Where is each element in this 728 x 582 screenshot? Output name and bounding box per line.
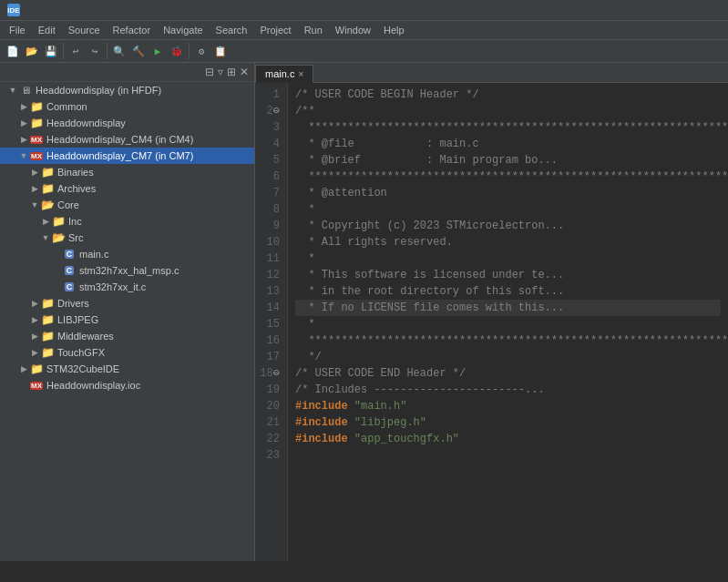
tree-icon-common: 📁 (29, 99, 44, 114)
menu-item-window[interactable]: Window (330, 23, 376, 37)
tree-label-middlewares: Middlewares (57, 331, 114, 342)
tree-icon-archives: 📁 (40, 181, 55, 196)
code-line-14: * If no LICENSE file comes with this... (295, 300, 721, 316)
editor[interactable]: 12⊖3456789101112131415161718⊖1920212223 … (255, 83, 728, 561)
tree-arrow-touchgfx: ▶ (29, 347, 40, 358)
tree-item-headdowndisplay-root[interactable]: ▼🖥Headdowndisplay (in HFDF) (0, 82, 254, 98)
toolbar-run[interactable]: ▶ (149, 42, 167, 60)
tree-item-headdowndisplay-folder[interactable]: ▶📁Headdowndisplay (0, 115, 254, 131)
toolbar-sep-3 (189, 43, 190, 59)
tree-item-headdowndisplay-cm7[interactable]: ▼MXHeaddowndisplay_CM7 (in CM7) (0, 148, 254, 164)
tree-label-stm32cubeide: STM32CubeIDE (46, 363, 119, 374)
line-num-6: 6 (259, 168, 280, 185)
code-line-3: ****************************************… (295, 119, 721, 136)
tree-arrow-stm32h7xx-it (51, 281, 62, 292)
tree-arrow-common: ▶ (18, 101, 29, 112)
toolbar-misc2[interactable]: 📋 (211, 42, 230, 60)
line-num-4: 4 (259, 136, 280, 152)
code-line-18: /* USER CODE END Header */ (295, 365, 721, 382)
editor-tabs: main.c× (255, 63, 728, 83)
tree-item-stm32h7xx-hal[interactable]: Cstm32h7xx_hal_msp.c (0, 262, 254, 279)
tree-arrow-inc: ▶ (40, 216, 51, 227)
close-panel-icon[interactable]: ✕ (240, 66, 249, 78)
code-line-16: ****************************************… (295, 332, 721, 349)
tree-label-headdowndisplay-cm4: Headdowndisplay_CM4 (in CM4) (46, 134, 193, 145)
tree-item-common[interactable]: ▶📁Common (0, 98, 254, 115)
collapse-all-icon[interactable]: ⊟ (205, 66, 214, 78)
menu-item-refactor[interactable]: Refactor (108, 23, 157, 37)
file-tree: ▼🖥Headdowndisplay (in HFDF)▶📁Common▶📁Hea… (0, 82, 254, 393)
line-num-12: 12 (259, 267, 280, 283)
tree-arrow-core: ▼ (29, 199, 40, 210)
menu-item-navigate[interactable]: Navigate (158, 23, 208, 37)
line-num-21: 21 (259, 414, 280, 431)
tree-label-headdowndisplay-cm7: Headdowndisplay_CM7 (in CM7) (46, 150, 193, 161)
tree-label-ioc-file: Headdowndisplay.ioc (46, 380, 140, 391)
tree-item-touchgfx[interactable]: ▶📁TouchGFX (0, 344, 254, 361)
menu-item-file[interactable]: File (4, 23, 31, 37)
menu-item-source[interactable]: Source (63, 23, 106, 37)
tree-item-middlewares[interactable]: ▶📁Middlewares (0, 328, 254, 344)
menu-item-run[interactable]: Run (299, 23, 328, 37)
expand-icon[interactable]: ▿ (218, 66, 223, 78)
toolbar-misc1[interactable]: ⚙ (192, 42, 210, 60)
tree-arrow-archives: ▶ (29, 183, 40, 194)
toolbar-build[interactable]: 🔨 (129, 42, 148, 60)
tree-item-stm32cubeide[interactable]: ▶📁STM32CubeIDE (0, 361, 254, 377)
tree-icon-headdowndisplay-root: 🖥 (18, 83, 33, 97)
fold-icon-2[interactable]: ⊖ (273, 105, 280, 117)
fold-icon-18[interactable]: ⊖ (273, 367, 280, 380)
tree-item-libjpeg[interactable]: ▶📁LIBJPEG (0, 311, 254, 328)
code-line-17: */ (295, 349, 721, 365)
line-num-19: 19 (259, 382, 280, 398)
code-line-1: /* USER CODE BEGIN Header */ (295, 87, 721, 103)
menu-item-help[interactable]: Help (378, 23, 410, 37)
tree-icon-drivers: 📁 (40, 296, 55, 311)
code-line-11: * (295, 250, 721, 267)
tree-label-inc: Inc (68, 216, 82, 227)
code-line-22: #include "app_touchgfx.h" (295, 431, 721, 447)
tree-item-core[interactable]: ▼📂Core (0, 197, 254, 213)
code-area[interactable]: /* USER CODE BEGIN Header *//** ********… (288, 83, 728, 561)
tree-icon-core: 📂 (40, 198, 55, 212)
tree-arrow-headdowndisplay-root: ▼ (7, 85, 18, 96)
editor-content: 12⊖3456789101112131415161718⊖1920212223 … (255, 83, 728, 561)
tree-item-archives[interactable]: ▶📁Archives (0, 180, 254, 197)
line-num-9: 9 (259, 218, 280, 234)
new-window-icon[interactable]: ⊞ (227, 66, 236, 78)
menu-item-edit[interactable]: Edit (33, 23, 61, 37)
explorer-header: ⊟ ▿ ⊞ ✕ (0, 63, 254, 82)
toolbar-open[interactable]: 📂 (23, 42, 41, 60)
toolbar-redo[interactable]: ↪ (86, 42, 104, 60)
tree-item-headdowndisplay-cm4[interactable]: ▶MXHeaddowndisplay_CM4 (in CM4) (0, 131, 254, 148)
line-num-2: 2⊖ (259, 103, 280, 119)
tree-item-ioc-file[interactable]: MXHeaddowndisplay.ioc (0, 377, 254, 393)
tree-item-inc[interactable]: ▶📁Inc (0, 213, 254, 230)
tree-item-binaries[interactable]: ▶📁Binaries (0, 164, 254, 180)
tree-arrow-stm32cubeide: ▶ (18, 363, 29, 374)
toolbar-debug[interactable]: 🐞 (168, 42, 186, 60)
explorer-header-icons: ⊟ ▿ ⊞ ✕ (205, 66, 249, 78)
toolbar-new[interactable]: 📄 (4, 42, 22, 60)
menu-item-project[interactable]: Project (254, 23, 296, 37)
toolbar-save[interactable]: 💾 (42, 42, 60, 60)
tree-item-main-c[interactable]: Cmain.c (0, 246, 254, 262)
tree-icon-inc: 📁 (51, 214, 66, 229)
tree-arrow-ioc-file (18, 380, 29, 391)
tab-close-icon[interactable]: × (298, 69, 303, 79)
tree-label-archives: Archives (57, 183, 96, 194)
code-line-23 (295, 447, 721, 464)
tree-icon-touchgfx: 📁 (40, 345, 55, 360)
toolbar-undo[interactable]: ↩ (67, 42, 85, 60)
menu-item-search[interactable]: Search (210, 23, 253, 37)
tree-item-drivers[interactable]: ▶📁Drivers (0, 295, 254, 311)
toolbar-search[interactable]: 🔍 (110, 42, 128, 60)
line-num-1: 1 (259, 87, 280, 103)
tree-icon-headdowndisplay-folder: 📁 (29, 116, 44, 130)
tree-icon-ioc-file: MX (29, 378, 44, 393)
tree-item-src[interactable]: ▼📂Src (0, 230, 254, 246)
toolbar-sep-1 (63, 43, 64, 59)
tree-item-stm32h7xx-it[interactable]: Cstm32h7xx_it.c (0, 279, 254, 295)
line-num-20: 20 (259, 398, 280, 414)
editor-tab-main-c[interactable]: main.c× (255, 65, 313, 83)
